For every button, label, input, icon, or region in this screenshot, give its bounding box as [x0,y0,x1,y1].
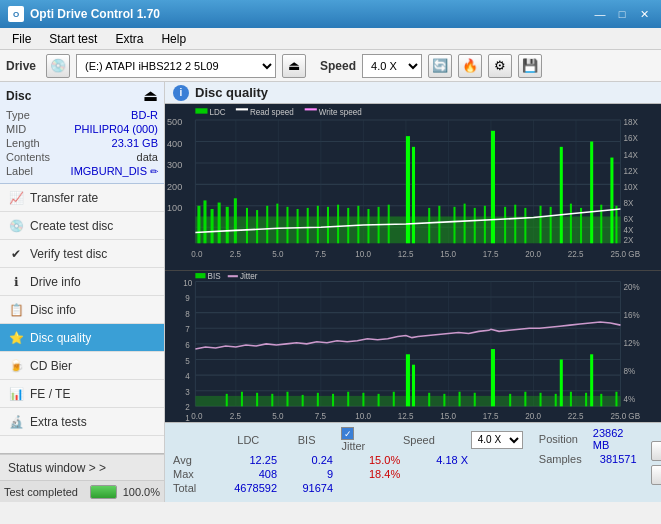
maximize-button[interactable]: □ [613,5,631,23]
svg-rect-53 [514,205,516,244]
svg-rect-20 [203,200,206,243]
status-window-button[interactable]: Status window > > [0,454,164,480]
samples-val: 381571 [600,453,637,465]
svg-text:2: 2 [185,403,190,412]
svg-rect-135 [509,394,511,406]
svg-rect-38 [610,158,613,244]
svg-rect-21 [211,209,214,243]
drive-icon-button[interactable]: 💿 [46,54,70,78]
svg-text:10.0: 10.0 [355,249,371,259]
sidebar-item-disc-quality[interactable]: ⭐ Disc quality [0,324,164,352]
svg-rect-48 [453,207,455,243]
titlebar-controls: — □ ✕ [591,5,653,23]
progress-bar-outer [90,485,117,499]
sidebar-bottom: Status window > > [0,453,164,480]
svg-rect-131 [428,393,430,407]
sidebar-item-drive-info[interactable]: ℹ Drive info [0,268,164,296]
disc-contents-label: Contents [6,151,50,163]
disc-label-edit-icon[interactable]: ✏ [150,166,158,177]
speed-position-info: Position 23862 MB Samples 381571 [531,423,645,502]
progress-bar-container: Test completed 100.0% [0,480,164,502]
svg-rect-22 [218,203,221,244]
sidebar-item-disc-info-label: Disc info [30,303,76,317]
charts-area: 500 400 300 200 100 18X 16X 14X 12X 10X … [165,104,661,422]
svg-rect-32 [317,206,319,243]
sidebar-item-create-test-disc[interactable]: 💿 Create test disc [0,212,164,240]
svg-rect-125 [317,393,319,407]
burn-button[interactable]: 🔥 [458,54,482,78]
sidebar-item-cd-bier[interactable]: 🍺 CD Bier [0,352,164,380]
status-window-label: Status window > > [8,461,106,475]
svg-text:6: 6 [185,341,190,350]
max-ldc: 408 [227,468,277,480]
eject-button[interactable]: ⏏ [282,54,306,78]
start-part-button[interactable]: Start part [651,465,661,485]
svg-text:100: 100 [167,203,182,213]
svg-rect-126 [332,394,334,406]
disc-quality-header: i Disc quality [165,82,661,104]
refresh-button[interactable]: 🔄 [428,54,452,78]
sidebar-item-fe-te[interactable]: 📊 FE / TE [0,380,164,408]
svg-rect-25 [246,208,248,243]
svg-text:8X: 8X [624,198,634,208]
sidebar-item-disc-info[interactable]: 📋 Disc info [0,296,164,324]
disc-quality-icon: ⭐ [8,330,24,346]
svg-text:10X: 10X [624,181,639,191]
max-bis: 9 [293,468,333,480]
fe-te-icon: 📊 [8,386,24,402]
svg-text:Write speed: Write speed [319,106,362,116]
svg-text:4: 4 [185,372,190,381]
svg-text:8: 8 [185,310,190,319]
svg-rect-118 [590,354,593,406]
stats-speed-header: Speed [403,434,455,446]
ldc-chart-container: 500 400 300 200 100 18X 16X 14X 12X 10X … [165,104,661,271]
disc-mid-row: MID PHILIPR04 (000) [6,123,158,135]
speed-select[interactable]: 4.0 X [362,54,422,78]
svg-rect-51 [484,206,486,243]
svg-rect-90 [305,108,317,110]
svg-text:20%: 20% [624,283,640,292]
svg-text:9: 9 [185,294,190,303]
svg-rect-137 [540,393,542,407]
svg-rect-123 [286,392,288,407]
svg-text:300: 300 [167,160,182,170]
jitter-label: Jitter [341,440,365,452]
svg-text:8%: 8% [624,367,636,376]
svg-rect-30 [297,209,299,243]
disc-label-row: Label IMGBURN_DIS ✏ [6,165,158,177]
menu-extra[interactable]: Extra [107,30,151,48]
sidebar-item-extra-tests[interactable]: 🔬 Extra tests [0,408,164,436]
options-button[interactable]: ⚙ [488,54,512,78]
save-button[interactable]: 💾 [518,54,542,78]
svg-rect-127 [347,392,349,407]
disc-length-value: 23.31 GB [112,137,158,149]
disc-eject-icon[interactable]: ⏏ [143,86,158,105]
drive-select[interactable]: (E:) ATAPI iHBS212 2 5L09 [76,54,276,78]
svg-rect-119 [226,394,228,406]
svg-rect-43 [367,209,369,243]
svg-rect-133 [459,392,461,407]
progress-percent: 100.0% [123,486,160,498]
svg-text:22.5: 22.5 [568,249,584,259]
stats-bis-header: BIS [288,434,326,446]
disc-info-icon: 📋 [8,302,24,318]
sidebar-item-transfer-rate[interactable]: 📈 Transfer rate [0,184,164,212]
action-buttons: Start full Start part [645,423,661,502]
menu-help[interactable]: Help [153,30,194,48]
samples-row: Samples 381571 [539,453,637,465]
svg-rect-19 [197,206,200,243]
stats-speed-select[interactable]: 4.0 X [471,431,523,449]
speed-label: Speed [320,59,356,73]
minimize-button[interactable]: — [591,5,609,23]
position-label: Position [539,433,587,445]
sidebar-item-verify-test-disc[interactable]: ✔ Verify test disc [0,240,164,268]
menu-start-test[interactable]: Start test [41,30,105,48]
svg-rect-57 [570,204,572,244]
start-full-button[interactable]: Start full [651,441,661,461]
close-button[interactable]: ✕ [635,5,653,23]
jitter-checkbox[interactable]: ✓ [341,427,354,440]
svg-text:0.0: 0.0 [191,412,203,421]
svg-text:12%: 12% [624,339,640,348]
menu-file[interactable]: File [4,30,39,48]
drive-info-icon: ℹ [8,274,24,290]
